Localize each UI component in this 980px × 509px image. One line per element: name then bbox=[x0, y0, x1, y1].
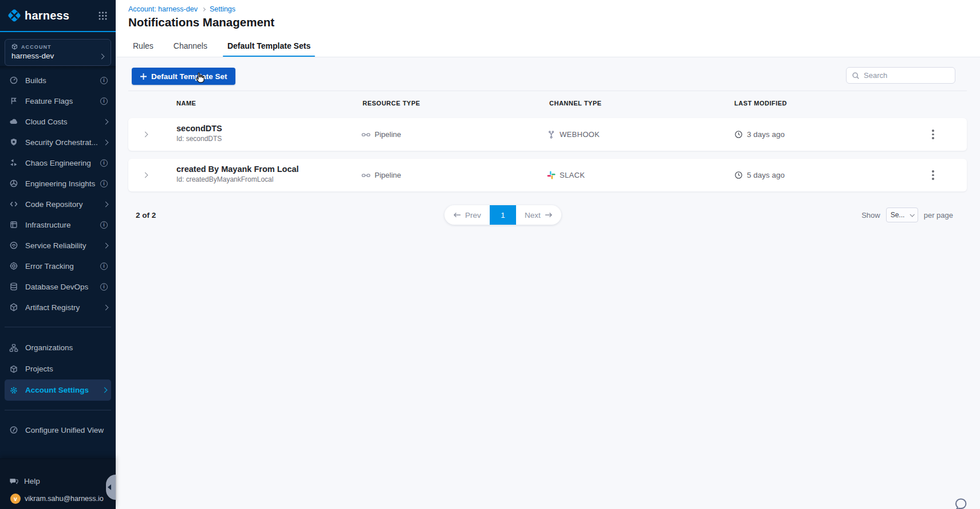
new-default-template-set-button[interactable]: Default Template Set bbox=[132, 68, 235, 85]
projects-icon bbox=[9, 365, 18, 374]
template-set-name: created By Mayank From Local bbox=[176, 165, 299, 174]
resource-type-cell: Pipeline bbox=[361, 159, 401, 191]
chaos-engineering-icon bbox=[9, 158, 18, 167]
sidebar-item-projects[interactable]: Projects bbox=[0, 358, 116, 379]
resource-type-cell: Pipeline bbox=[361, 118, 401, 151]
page-size-select[interactable]: Se... bbox=[886, 207, 918, 222]
sidebar-item-error-tracking[interactable]: Error Tracking bbox=[0, 256, 116, 276]
sidebar: harness ACCOUNT harness-dev Builds bbox=[0, 0, 116, 509]
harness-logo-icon bbox=[7, 8, 22, 23]
main-content: Account: harness-dev Settings Notificati… bbox=[116, 0, 980, 509]
scope-nav: Organizations Projects Account Settings bbox=[0, 337, 116, 401]
sidebar-item-configure-unified-view[interactable]: Configure Unified View bbox=[0, 420, 116, 440]
column-header-channel-type: CHANNEL TYPE bbox=[549, 100, 601, 107]
name-cell: created By Mayank From Local Id: created… bbox=[176, 165, 299, 183]
info-icon[interactable] bbox=[100, 283, 108, 291]
pagination: Prev 1 Next bbox=[444, 205, 561, 225]
arrow-left-icon bbox=[453, 212, 461, 218]
info-icon[interactable] bbox=[100, 77, 108, 84]
info-icon[interactable] bbox=[100, 159, 108, 167]
chevron-right-icon bbox=[103, 139, 109, 145]
chevron-right-icon bbox=[99, 54, 105, 60]
sidebar-item-organizations[interactable]: Organizations bbox=[0, 337, 116, 358]
info-icon[interactable] bbox=[100, 221, 108, 229]
plus-icon bbox=[140, 73, 147, 80]
per-page-label: per page bbox=[924, 211, 953, 220]
channel-type-cell: SLACK bbox=[547, 159, 585, 191]
tab-bar: Rules Channels Default Template Sets bbox=[128, 37, 315, 57]
cloud-costs-icon bbox=[9, 117, 18, 126]
last-modified-cell: 5 days ago bbox=[734, 159, 785, 191]
logo-accent-divider bbox=[0, 31, 116, 32]
artifact-registry-icon bbox=[9, 303, 18, 312]
chevron-right-icon bbox=[103, 304, 109, 310]
pagination-summary: 2 of 2 bbox=[136, 211, 156, 220]
table-row[interactable]: secondDTS Id: secondDTS Pipeline WEBHOOK… bbox=[128, 118, 967, 151]
help-button[interactable]: Help bbox=[0, 471, 116, 491]
database-devops-icon bbox=[9, 282, 18, 291]
sidebar-item-feature-flags[interactable]: Feature Flags bbox=[0, 91, 116, 111]
info-icon[interactable] bbox=[100, 97, 108, 105]
module-grid-icon[interactable] bbox=[98, 11, 108, 21]
sidebar-footer: Help v vikram.sahu@harness.io bbox=[0, 459, 116, 509]
sidebar-item-code-repository[interactable]: Code Repository bbox=[0, 194, 116, 214]
arrow-right-icon bbox=[545, 212, 553, 218]
avatar: v bbox=[10, 494, 21, 504]
sidebar-collapse-handle[interactable] bbox=[106, 475, 116, 500]
table-row[interactable]: created By Mayank From Local Id: created… bbox=[128, 159, 967, 191]
tab-channels[interactable]: Channels bbox=[169, 37, 212, 57]
sidebar-item-builds[interactable]: Builds bbox=[0, 70, 116, 91]
sidebar-item-engineering-insights[interactable]: Engineering Insights bbox=[0, 173, 116, 194]
prev-page-button[interactable]: Prev bbox=[444, 205, 490, 225]
column-header-last-modified: LAST MODIFIED bbox=[734, 100, 787, 107]
user-menu[interactable]: v vikram.sahu@harness.io bbox=[0, 494, 116, 504]
page-1-button[interactable]: 1 bbox=[490, 205, 516, 225]
tab-rules[interactable]: Rules bbox=[128, 37, 158, 57]
chevron-right-icon bbox=[103, 201, 109, 207]
sidebar-item-artifact-registry[interactable]: Artifact Registry bbox=[0, 297, 116, 318]
chevron-right-icon bbox=[102, 387, 108, 393]
code-repository-icon bbox=[9, 199, 18, 209]
page-title: Notifications Management bbox=[128, 15, 274, 29]
show-label: Show bbox=[861, 211, 880, 220]
engineering-insights-icon bbox=[9, 179, 18, 188]
account-label: ACCOUNT bbox=[21, 44, 52, 50]
breadcrumb-separator-icon bbox=[202, 7, 206, 11]
sidebar-divider bbox=[5, 410, 111, 410]
feature-flags-icon bbox=[9, 96, 18, 105]
module-nav: Builds Feature Flags Cloud Costs Securit… bbox=[0, 70, 116, 318]
row-expander-icon[interactable] bbox=[139, 118, 151, 151]
sidebar-item-service-reliability[interactable]: Service Reliability bbox=[0, 235, 116, 256]
sidebar-item-database-devops[interactable]: Database DevOps bbox=[0, 276, 116, 297]
collapse-arrow-icon bbox=[108, 484, 111, 490]
chevron-down-icon bbox=[910, 212, 914, 217]
webhook-icon bbox=[547, 130, 556, 139]
page-size-control: Show Se... per page bbox=[861, 207, 953, 223]
name-cell: secondDTS Id: secondDTS bbox=[176, 124, 222, 143]
clock-icon bbox=[734, 130, 743, 139]
harness-logo[interactable]: harness bbox=[0, 0, 116, 31]
pipeline-icon bbox=[361, 171, 371, 180]
breadcrumb-settings-link[interactable]: Settings bbox=[210, 5, 235, 13]
sidebar-item-security-orchestration[interactable]: Security Orchestrat... bbox=[0, 132, 116, 152]
row-expander-icon[interactable] bbox=[139, 159, 151, 191]
tab-default-template-sets[interactable]: Default Template Sets bbox=[223, 37, 315, 57]
breadcrumb-account-link[interactable]: Account: harness-dev bbox=[128, 5, 198, 13]
logo-text: harness bbox=[25, 9, 98, 22]
info-icon[interactable] bbox=[100, 263, 108, 270]
template-set-name: secondDTS bbox=[176, 124, 222, 133]
sidebar-item-account-settings[interactable]: Account Settings bbox=[5, 379, 111, 401]
search-input[interactable] bbox=[864, 71, 965, 80]
row-menu-kebab-icon[interactable] bbox=[927, 159, 939, 191]
row-menu-kebab-icon[interactable] bbox=[927, 118, 939, 151]
next-page-button[interactable]: Next bbox=[516, 205, 561, 225]
security-orchestration-icon bbox=[9, 138, 18, 147]
pipeline-icon bbox=[361, 130, 371, 139]
account-selector[interactable]: ACCOUNT harness-dev bbox=[5, 39, 111, 66]
sidebar-item-infrastructure[interactable]: Infrastructure bbox=[0, 214, 116, 235]
support-chat-icon[interactable] bbox=[952, 495, 970, 509]
service-reliability-icon bbox=[9, 241, 18, 250]
sidebar-item-chaos-engineering[interactable]: Chaos Engineering bbox=[0, 152, 116, 173]
sidebar-item-cloud-costs[interactable]: Cloud Costs bbox=[0, 111, 116, 132]
info-icon[interactable] bbox=[100, 180, 108, 187]
